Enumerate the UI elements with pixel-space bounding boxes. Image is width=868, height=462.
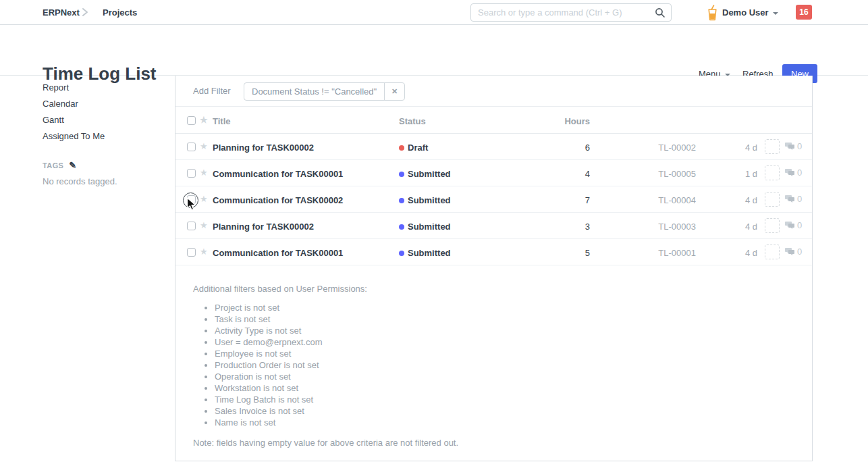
add-filter-button[interactable]: Add Filter [193, 86, 231, 96]
comment-indicator[interactable]: 0 [785, 220, 802, 230]
status-label: Draft [408, 143, 428, 153]
edit-tags-icon[interactable]: ✎ [69, 160, 76, 170]
row-checkbox[interactable] [187, 195, 196, 204]
row-modified: 1 d [709, 169, 757, 179]
row-modified: 4 d [709, 222, 757, 232]
permissions-note: Additional filters based on User Permiss… [175, 265, 812, 448]
star-icon[interactable]: ★ [200, 220, 208, 230]
assignee-placeholder[interactable] [765, 192, 780, 207]
remove-filter-icon[interactable]: ✕ [384, 83, 404, 100]
column-hours: Hours [513, 116, 590, 126]
column-title: Title [213, 116, 231, 126]
permission-item: Production Order is not set [215, 361, 794, 369]
filter-chip: Document Status != "Cancelled" ✕ [244, 82, 405, 101]
tags-empty-text: No records tagged. [43, 176, 157, 186]
row-id: TL-00004 [628, 195, 696, 205]
row-title-link[interactable]: Planning for TASK00002 [213, 143, 314, 153]
list-row[interactable]: ★ Planning for TASK00002 Draft 6 TL-0000… [175, 134, 812, 160]
sidebar-item[interactable]: Assigned To Me [43, 128, 157, 145]
status-dot [399, 251, 404, 256]
tags-section-header: TAGS✎ [43, 160, 157, 170]
row-hours: 4 [513, 169, 590, 179]
comments-icon [785, 195, 795, 203]
tags-title: TAGS [43, 161, 63, 170]
permission-item: Sales Invoice is not set [215, 407, 794, 415]
page-head: Time Log List Menu Refresh New [0, 25, 868, 76]
sidebar-item[interactable]: Report [43, 80, 157, 96]
row-checkbox[interactable] [187, 222, 196, 230]
row-status: Submitted [399, 195, 451, 205]
row-title-link[interactable]: Communication for TASK00002 [213, 195, 343, 205]
permissions-footer-note: Note: fields having empty value for abov… [193, 438, 794, 448]
permission-item: Employee is not set [215, 349, 794, 358]
comment-indicator[interactable]: 0 [785, 194, 802, 204]
permission-item: Time Log Batch is not set [215, 395, 794, 404]
select-all-checkbox[interactable] [187, 116, 196, 125]
search-input[interactable] [471, 4, 645, 21]
search-icon[interactable] [655, 7, 666, 18]
comments-icon [785, 168, 795, 177]
list-row[interactable]: ★ Communication for TASK00001 Submitted … [175, 239, 812, 265]
assignee-placeholder[interactable] [765, 165, 780, 180]
row-title-link[interactable]: Communication for TASK00001 [213, 248, 343, 258]
permission-item: Activity Type is not set [215, 326, 794, 335]
sidebar-item[interactable]: Calendar [43, 96, 157, 112]
row-hours: 5 [513, 248, 590, 258]
star-icon[interactable]: ★ [200, 141, 208, 151]
brand-link[interactable]: ERPNext [43, 7, 80, 18]
comment-indicator[interactable]: 0 [785, 247, 802, 257]
comment-indicator[interactable]: 0 [785, 168, 802, 178]
row-checkbox[interactable] [187, 169, 196, 178]
row-status: Submitted [399, 248, 451, 258]
status-dot [399, 198, 404, 203]
list-row[interactable]: ★ Communication for TASK00001 Submitted … [175, 160, 812, 186]
row-title-link[interactable]: Planning for TASK00002 [213, 222, 314, 232]
star-icon: ★ [200, 115, 208, 125]
breadcrumb[interactable]: Projects [103, 7, 137, 18]
row-title-link[interactable]: Communication for TASK00001 [213, 169, 343, 179]
status-label: Submitted [408, 169, 451, 179]
list-header-row: ★ Title Status Hours [175, 107, 812, 134]
list-sidebar: Report Calendar Gantt Assigned To Me TAG… [43, 80, 157, 186]
filter-area: Add Filter Document Status != "Cancelled… [175, 76, 812, 107]
row-id: TL-00001 [628, 248, 696, 258]
comment-count: 0 [797, 194, 802, 204]
status-label: Submitted [408, 248, 451, 258]
list-container: Add Filter Document Status != "Cancelled… [175, 76, 813, 461]
list-row[interactable]: ★ Planning for TASK00002 Submitted 3 TL-… [175, 213, 812, 239]
row-hours: 7 [513, 195, 590, 205]
star-icon[interactable]: ★ [200, 168, 208, 178]
comments-icon [785, 247, 795, 256]
assignee-placeholder[interactable] [765, 218, 780, 233]
row-modified: 4 d [709, 143, 757, 153]
row-modified: 4 d [709, 248, 757, 258]
row-hours: 6 [513, 143, 590, 153]
user-dropdown[interactable]: Demo User [722, 7, 778, 18]
permission-item: Task is not set [215, 315, 794, 324]
status-label: Submitted [408, 195, 451, 205]
comment-indicator[interactable]: 0 [785, 141, 802, 151]
row-modified: 4 d [709, 195, 757, 205]
notification-badge[interactable]: 16 [796, 5, 812, 20]
permission-item: User = demo@erpnext.com [215, 338, 794, 346]
star-icon[interactable]: ★ [200, 194, 208, 204]
assignee-placeholder[interactable] [765, 245, 780, 259]
filter-chip-label[interactable]: Document Status != "Cancelled" [244, 83, 384, 100]
row-status: Draft [399, 143, 428, 153]
row-checkbox[interactable] [187, 248, 196, 257]
caret-down-icon [773, 12, 778, 15]
status-dot [399, 224, 404, 230]
permissions-list: Project is not set Task is not set Activ… [215, 303, 794, 427]
sidebar-item[interactable]: Gantt [43, 112, 157, 128]
row-id: TL-00005 [628, 169, 696, 179]
status-dot [399, 145, 404, 151]
row-status: Submitted [399, 169, 451, 179]
permission-item: Workstation is not set [215, 384, 794, 392]
assignee-placeholder[interactable] [765, 139, 780, 154]
comments-icon [785, 221, 795, 230]
star-icon[interactable]: ★ [200, 247, 208, 257]
row-checkbox[interactable] [187, 143, 196, 151]
permission-item: Operation is not set [215, 372, 794, 381]
juice-cup-icon[interactable] [707, 5, 718, 21]
list-row[interactable]: ★ Communication for TASK00002 Submitted … [175, 186, 812, 213]
